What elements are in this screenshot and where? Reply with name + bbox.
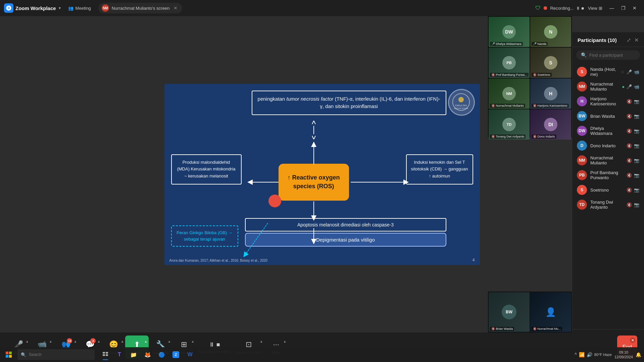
presenter-nurrachmat-label: 🔇 Nurrachmat Mu... <box>532 327 562 331</box>
slide-left-box: Produksi malondialdehid (MDA) Kerusakan … <box>171 154 242 185</box>
participants-panel: Participants (10) ⤢ ✕ 🔍 S Nanda (Host, m… <box>572 32 644 332</box>
windows-clock[interactable]: 09:10 12/09/2024 <box>614 350 633 360</box>
tray-network-icon[interactable]: 📶 <box>579 352 585 357</box>
svg-point-1 <box>458 97 464 102</box>
slide-dashed-text: Peran Ginkgo Biloba (GB) → sebagai terap… <box>177 230 233 242</box>
participant-name-tonang: Tonang Dwi Ardyanto <box>590 200 623 210</box>
participant-item-nanda: S Nanda (Host, me) ☆ 🎤 📹 <box>572 64 644 79</box>
view-label: View <box>588 6 597 11</box>
minimize-button[interactable]: — <box>606 3 617 13</box>
screen-share-text: Nurrachmat Mulianto's screen <box>112 6 169 11</box>
participant-video-off-nurrachmat2: 📷 <box>634 158 639 163</box>
screen-share-close-icon[interactable]: ✕ <box>174 5 178 11</box>
video-cell-nurrachmat: NM 🔇 Nurrachmat Mulianto <box>489 79 530 109</box>
taskbar-app-zoom[interactable]: Z <box>169 349 183 361</box>
panel-close-button[interactable]: ✕ <box>634 37 639 43</box>
svg-rect-20 <box>106 352 108 354</box>
topbar: Zoom Workplace ▾ 👥 Meeting NM Nurrachmat… <box>0 0 644 16</box>
windows-search-bar[interactable]: 🔍 <box>17 349 95 360</box>
slide-depigmentasi-text: Depigmentasi pada vitiligo <box>316 237 375 243</box>
participant-controls-dhelya: 🔇 📷 <box>627 128 639 134</box>
recording-badge: 🛡 ⏺ Recording... ⏸ ■ <box>535 5 584 11</box>
svg-text:KEDOKTERAN: KEDOKTERAN <box>454 107 468 109</box>
taskbar-app-chrome[interactable]: 🔵 <box>155 349 168 361</box>
participant-avatar-dono: D <box>577 141 587 151</box>
participant-item-soetrisno: S Soetrisno 🔇 📷 <box>572 183 644 197</box>
taskbar-app-word[interactable]: W <box>183 349 197 361</box>
video-cell-soetrisno: S 🔇 Soetrisno <box>530 48 571 78</box>
recording-dot: ⏺ <box>543 5 548 11</box>
presenter-tiles: BW 🔇 Brian Wasita 👤 🔇 Nurrachmat Mu... <box>488 292 572 332</box>
participant-mic-off-nurrachmat2: 🔇 <box>627 158 632 163</box>
search-icon: 🔍 <box>581 52 587 58</box>
participant-speaking-icon: ● <box>622 84 625 89</box>
participant-video-off-dhelya: 📷 <box>634 128 639 134</box>
participant-mic-off-harijono: 🔇 <box>627 99 632 104</box>
taskbar-app-teams[interactable]: T <box>113 349 126 361</box>
view-button[interactable]: View ⊞ <box>588 6 602 11</box>
tray-volume-icon[interactable]: 🔊 <box>587 352 592 357</box>
participant-avatar-bambang: PB <box>577 170 587 180</box>
slide-apoptosis-text: Apoptosis melanosit dimediasi oleh caspa… <box>297 222 394 227</box>
participants-arrow: ▲ <box>74 340 77 343</box>
slide-red-circle <box>268 195 281 207</box>
participant-controls-nurrachmat1: ● 🎤 📹 <box>622 84 639 89</box>
tray-arrow-icon[interactable]: ^ <box>575 352 577 357</box>
zoom-logo-icon <box>4 3 13 13</box>
slide-left-text: Produksi malondialdehid (MDA) Kerusakan … <box>177 160 235 179</box>
notification-icon[interactable]: 🔔 <box>636 352 641 357</box>
middle-area: peningkatan tumor necrosis factor (TNF)-… <box>0 16 644 332</box>
taskbar-apps: T 📁 🦊 🔵 Z W <box>99 349 197 361</box>
participant-video-off-tonang: 📷 <box>634 202 639 207</box>
participant-name-harijono: Harijono Kariosentono <box>590 96 623 106</box>
video-cell-dhelya: DW 🎤 Dhelya Widasmara <box>489 17 530 47</box>
video-arrow: ▲ <box>49 340 52 343</box>
participant-mic-off-brian: 🔇 <box>627 114 632 119</box>
participant-search-input[interactable] <box>589 53 644 58</box>
participant-mic-off-dono: 🔇 <box>627 143 632 148</box>
panel-popout-button[interactable]: ⤢ <box>627 37 631 43</box>
panel-title: Participants (10) <box>578 37 617 43</box>
participant-item-nurrachmat2: NM Nurrachmat Mulianto 🔇 📷 <box>572 153 644 168</box>
participant-video-off-dono: 📷 <box>634 143 639 148</box>
participant-mic-icon-nanda: 🎤 <box>627 69 632 74</box>
participant-item-nurrachmat1: NM Nurrachmat Mulianto ● 🎤 📹 <box>572 79 644 94</box>
participant-search-bar[interactable]: 🔍 <box>576 50 640 60</box>
participant-controls-nanda: ☆ 🎤 📹 <box>621 69 639 74</box>
participant-video-icon-nanda: 📹 <box>634 69 639 74</box>
video-cell-nanda-label: 🎤 Nanda <box>532 42 548 46</box>
chat-badge: 2 <box>90 338 96 344</box>
close-button[interactable]: ✕ <box>629 3 640 13</box>
windows-start-button[interactable] <box>3 349 15 361</box>
participant-controls-soetrisno: 🔇 📷 <box>627 188 639 193</box>
meeting-button[interactable]: 👥 Meeting <box>65 4 94 12</box>
taskbar-app-explorer[interactable]: 📁 <box>127 349 140 361</box>
zoom-logo: Zoom Workplace ▾ <box>4 3 61 13</box>
video-cell-bambang-label: 🔇 Prof Bambang Purwa... <box>490 73 529 77</box>
screen-share-pill: NM Nurrachmat Mulianto's screen ✕ <box>98 3 182 13</box>
participant-name-dono: Dono Indarto <box>590 143 623 148</box>
participant-video-off-bambang: 📷 <box>634 173 639 178</box>
slide-right-text: Induksi kemokin dan Sel T sitotoksik (CD… <box>411 160 468 179</box>
participant-avatar-brian: BW <box>577 111 587 121</box>
shield-icon: 🛡 <box>535 5 541 11</box>
svg-rect-16 <box>9 352 12 354</box>
video-grid: DW 🎤 Dhelya Widasmara N 🎤 Nanda PB 🔇 Pro… <box>488 16 572 138</box>
windows-search-icon: 🔍 <box>21 352 26 357</box>
participant-avatar-dhelya: DW <box>577 126 587 136</box>
slide-center-text: ↑ Reactive oxygenspecies (ROS) <box>287 173 340 190</box>
participant-name-bambang: Prof Bambang Purwanto <box>590 170 623 180</box>
logo-dropdown-arrow[interactable]: ▾ <box>59 6 61 10</box>
participant-star-icon-nanda: ☆ <box>621 69 625 74</box>
share-arrow: ▲ <box>144 340 148 343</box>
video-cell-bambang: PB 🔇 Prof Bambang Purwa... <box>489 48 530 78</box>
windows-search-input[interactable] <box>29 352 91 357</box>
svg-rect-22 <box>106 354 108 356</box>
slide-logo: FAKULTAS KEDOKTERAN <box>448 89 475 116</box>
slide-content: peningkatan tumor necrosis factor (TNF)-… <box>164 84 480 265</box>
audio-arrow: ▲ <box>26 340 29 343</box>
taskbar-app-firefox[interactable]: 🦊 <box>141 349 154 361</box>
video-cell-tonang-label: 🔇 Tonang Dwi Ardyanto <box>490 135 526 139</box>
taskbar-app-taskview[interactable] <box>99 349 112 361</box>
restore-button[interactable]: ❐ <box>618 3 629 13</box>
